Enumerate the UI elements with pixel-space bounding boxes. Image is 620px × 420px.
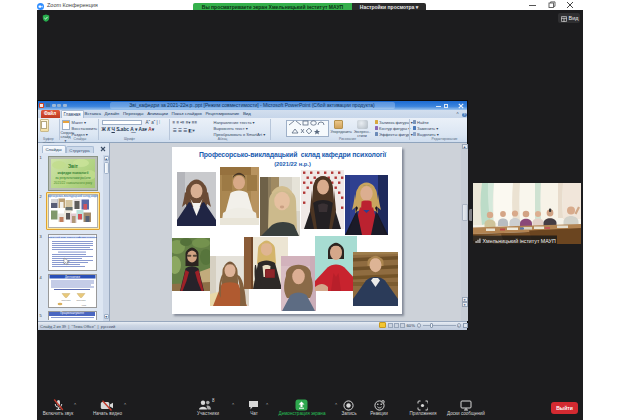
svg-text:Звіт: Звіт [67, 163, 78, 169]
svg-text:за результатами роботи: за результатами роботи [55, 176, 91, 180]
svg-text:Тематичний план роботи кафедри: Тематичний план роботи кафедри психологі… [48, 236, 97, 239]
svg-text:текст текст: текст текст [76, 299, 85, 301]
svg-text:2021/22 навчального року: 2021/22 навчального року [53, 181, 92, 185]
svg-text:текст: текст [81, 303, 86, 305]
svg-text:кафедри психології: кафедри психології [57, 171, 88, 175]
svg-text:Дипломники: Дипломники [65, 274, 80, 278]
svg-text:текст текст: текст текст [61, 299, 70, 301]
svg-text:Хмельницький інститут МАУП: Хмельницький інститут МАУП [482, 238, 555, 244]
